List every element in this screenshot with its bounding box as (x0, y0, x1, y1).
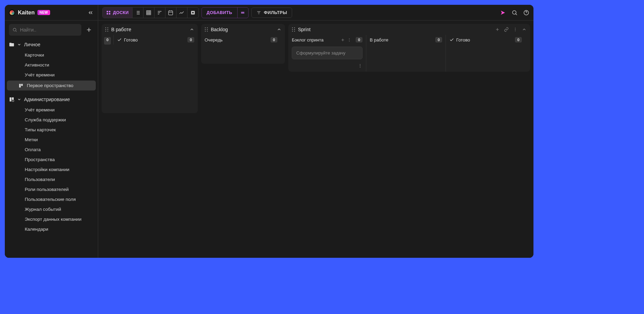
lane-footer-menu-icon[interactable] (358, 63, 363, 68)
lane-done: Готово 0 (113, 35, 198, 45)
lane-menu-icon[interactable] (347, 38, 352, 42)
sidebar-item-admin-7[interactable]: Пользователи (5, 174, 98, 184)
count-badge: 0 (187, 37, 194, 43)
sidebar-item-admin-8[interactable]: Роли пользователей (5, 184, 98, 194)
collapse-board-icon[interactable] (189, 27, 194, 32)
archive-icon (190, 10, 196, 15)
boards-icon (106, 10, 111, 15)
search-icon[interactable] (511, 10, 518, 16)
view-chart[interactable] (176, 8, 187, 18)
more-icon[interactable] (513, 27, 518, 32)
drag-handle-icon[interactable] (205, 27, 208, 32)
sidebar-item-cards[interactable]: Карточки (5, 50, 98, 60)
drag-handle-icon[interactable] (105, 27, 108, 32)
svg-point-44 (105, 29, 106, 30)
toolbar-right (500, 10, 529, 16)
sidebar-section-personal[interactable]: Личное (5, 39, 98, 50)
svg-point-71 (360, 65, 360, 66)
sidebar-item-admin-6[interactable]: Настройки компании (5, 165, 98, 174)
lane-sprint-backlog: Бэклог спринта 0 Сформулируйте задачу (288, 35, 366, 72)
view-calendar[interactable] (165, 8, 176, 18)
notifications-icon[interactable] (500, 10, 506, 16)
lane-header: Очередь 0 (201, 35, 281, 45)
drag-handle-icon[interactable] (292, 27, 295, 32)
sidebar-item-admin-5[interactable]: Пространства (5, 155, 98, 165)
sidebar-item-admin-3[interactable]: Метки (5, 135, 98, 145)
collapse-sidebar-icon[interactable] (88, 10, 94, 16)
sidebar-item-first-space[interactable]: Первое пространство (7, 81, 96, 90)
board-backlog: Backlog Очередь 0 (201, 24, 285, 64)
add-space-button[interactable] (84, 26, 94, 33)
svg-point-62 (515, 28, 516, 28)
sidebar-section-admin[interactable]: Администрирование (5, 94, 98, 105)
search-input[interactable] (20, 27, 78, 33)
board-icon (19, 83, 23, 88)
svg-point-45 (107, 29, 108, 30)
count-badge: 0 (104, 37, 111, 45)
table-icon (146, 10, 151, 15)
add-card-icon[interactable] (341, 38, 345, 42)
app-root: Kaiten NEW Личное Карточки Активности (5, 5, 533, 258)
calendar-icon (168, 10, 173, 15)
list-icon (135, 10, 140, 15)
folder-icon (9, 42, 14, 47)
collapse-board-icon[interactable] (277, 27, 281, 32)
sidebar-item-admin-1[interactable]: Служба поддержки (5, 115, 98, 125)
board-header: Backlog (201, 24, 285, 35)
sidebar-item-admin-9[interactable]: Пользовательские поля (5, 194, 98, 204)
sidebar-item-activities[interactable]: Активности (5, 60, 98, 70)
svg-point-49 (207, 27, 208, 28)
svg-point-54 (292, 27, 293, 28)
search-icon (12, 27, 17, 33)
sidebar-item-admin-11[interactable]: Экспорт данных компании (5, 214, 98, 224)
lane-name: Готово (124, 37, 138, 43)
new-card-input[interactable]: Сформулируйте задачу (292, 47, 363, 59)
add-lane-icon[interactable] (495, 27, 500, 32)
view-archive[interactable] (187, 8, 198, 18)
board-title: Sprint (298, 27, 311, 32)
view-timeline[interactable] (154, 8, 165, 18)
help-icon[interactable] (523, 10, 529, 16)
svg-point-46 (105, 31, 106, 32)
add-button[interactable]: ДОБАВИТЬ (202, 8, 237, 18)
svg-point-51 (207, 29, 208, 30)
lane-header: В работе 0 (366, 35, 446, 45)
svg-rect-7 (12, 97, 14, 100)
sidebar-section-label: Администрирование (24, 97, 70, 102)
svg-point-53 (207, 31, 208, 32)
check-icon (117, 37, 122, 42)
svg-point-43 (107, 27, 108, 28)
svg-point-42 (105, 27, 106, 28)
svg-point-57 (294, 29, 295, 30)
sidebar-item-admin-2[interactable]: Типы карточек (5, 125, 98, 135)
view-boards[interactable]: ДОСКИ (103, 8, 133, 18)
collapse-board-icon[interactable] (522, 27, 527, 32)
svg-point-55 (294, 27, 295, 28)
board-header: В работе (102, 24, 198, 35)
sidebar-item-timetracking[interactable]: Учёт времени (5, 70, 98, 80)
board-title: В работе (111, 27, 131, 32)
bars-icon (157, 10, 162, 15)
chevron-down-icon (17, 97, 21, 101)
svg-point-63 (515, 29, 516, 30)
svg-rect-9 (107, 11, 108, 12)
svg-point-64 (515, 31, 516, 31)
search-box[interactable] (9, 24, 81, 36)
link-icon[interactable] (504, 27, 509, 32)
sidebar-item-admin-12[interactable]: Календари (5, 224, 98, 234)
svg-point-68 (349, 39, 350, 40)
svg-rect-6 (10, 97, 11, 101)
filters-button[interactable]: ФИЛЬТРЫ (251, 8, 292, 18)
view-boards-label: ДОСКИ (113, 10, 129, 15)
add-menu-button[interactable] (237, 8, 248, 18)
sidebar-item-admin-4[interactable]: Оплата (5, 145, 98, 155)
sidebar-item-admin-0[interactable]: Учёт времени (5, 105, 98, 115)
view-table[interactable] (143, 8, 154, 18)
board-left-count-col: 0 (102, 35, 113, 45)
svg-rect-27 (169, 11, 173, 15)
svg-point-72 (360, 67, 360, 68)
view-list[interactable] (133, 8, 143, 18)
board-sprint: Sprint (288, 24, 530, 72)
sidebar-item-admin-10[interactable]: Журнал событий (5, 204, 98, 214)
count-badge: 0 (435, 37, 442, 43)
